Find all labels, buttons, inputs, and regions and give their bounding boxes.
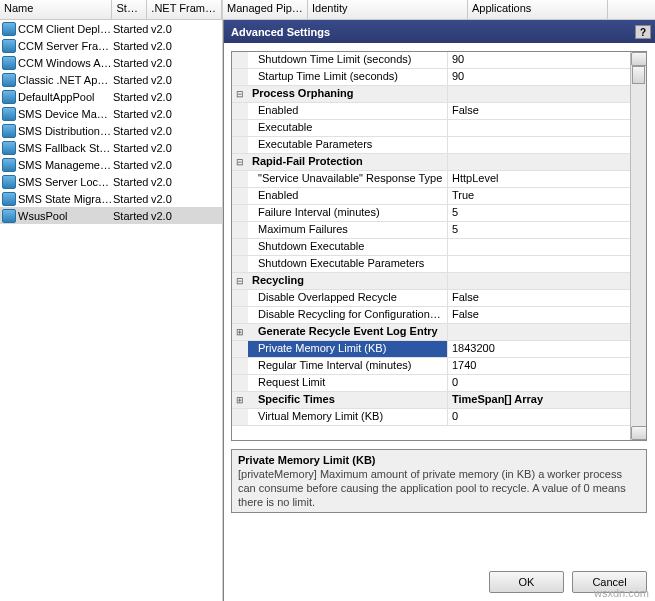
scroll-down-icon[interactable]: ▼	[631, 426, 647, 440]
prop-rapid-enabled[interactable]: EnabledTrue	[232, 188, 632, 205]
app-pool-icon	[2, 39, 16, 53]
app-pool-icon	[2, 22, 16, 36]
row-status: Started	[113, 176, 151, 188]
prop-specific-times[interactable]: ⊞Specific TimesTimeSpan[] Array	[232, 392, 632, 409]
app-pool-row[interactable]: SMS Server Locat…Startedv2.0	[0, 173, 222, 190]
cat-recycle-events[interactable]: ⊞Generate Recycle Event Log Entry	[232, 324, 632, 341]
row-name: CCM Server Fram…	[18, 40, 113, 52]
prop-orphan-params[interactable]: Executable Parameters	[232, 137, 632, 154]
cat-rapid-fail[interactable]: ⊟Rapid-Fail Protection	[232, 154, 632, 171]
row-framework: v2.0	[151, 108, 201, 120]
col-identity[interactable]: Identity	[308, 0, 468, 19]
app-pool-icon	[2, 209, 16, 223]
app-pool-row[interactable]: SMS Managemen…Startedv2.0	[0, 156, 222, 173]
row-status: Started	[113, 57, 151, 69]
col-status[interactable]: Status	[112, 0, 147, 19]
col-framework[interactable]: .NET Frame…	[147, 0, 222, 19]
row-name: SMS Fallback Stat…	[18, 142, 113, 154]
col-name[interactable]: Name	[0, 0, 112, 19]
prop-orphan-exe[interactable]: Executable	[232, 120, 632, 137]
app-pool-icon	[2, 107, 16, 121]
row-name: SMS Device Mana…	[18, 108, 113, 120]
app-pool-row[interactable]: CCM Windows Au…Startedv2.0	[0, 54, 222, 71]
row-name: CCM Client Deplo…	[18, 23, 113, 35]
row-status: Started	[113, 74, 151, 86]
row-status: Started	[113, 40, 151, 52]
prop-request-limit[interactable]: Request Limit0	[232, 375, 632, 392]
prop-max-failures[interactable]: Maximum Failures5	[232, 222, 632, 239]
prop-config-recycle[interactable]: Disable Recycling for Configuration ChFa…	[232, 307, 632, 324]
cat-recycling[interactable]: ⊟Recycling	[232, 273, 632, 290]
row-name: DefaultAppPool	[18, 91, 113, 103]
row-framework: v2.0	[151, 193, 201, 205]
prop-shutdown-time[interactable]: Shutdown Time Limit (seconds)90	[232, 52, 632, 69]
prop-503-response[interactable]: "Service Unavailable" Response TypeHttpL…	[232, 171, 632, 188]
row-status: Started	[113, 91, 151, 103]
app-pool-row[interactable]: CCM Server Fram…Startedv2.0	[0, 37, 222, 54]
app-pool-icon	[2, 90, 16, 104]
property-grid[interactable]: Shutdown Time Limit (seconds)90 Startup …	[231, 51, 647, 441]
row-name: CCM Windows Au…	[18, 57, 113, 69]
advanced-settings-dialog: Managed Pipeli… Identity Applications Ad…	[223, 0, 655, 601]
row-status: Started	[113, 159, 151, 171]
row-status: Started	[113, 142, 151, 154]
app-pool-row[interactable]: Classic .NET App…Startedv2.0	[0, 71, 222, 88]
ok-button[interactable]: OK	[489, 571, 564, 593]
col-pipeline[interactable]: Managed Pipeli…	[223, 0, 308, 19]
watermark: wsxdn.com	[594, 587, 649, 599]
row-framework: v2.0	[151, 23, 201, 35]
app-pool-row[interactable]: SMS Distribution …Startedv2.0	[0, 122, 222, 139]
scroll-up-icon[interactable]: ▲	[631, 52, 647, 66]
expand-icon[interactable]: ⊞	[232, 324, 248, 340]
row-name: SMS Managemen…	[18, 159, 113, 171]
prop-private-memory[interactable]: Private Memory Limit (KB)	[232, 341, 632, 358]
expand-icon[interactable]: ⊞	[232, 392, 248, 408]
row-framework: v2.0	[151, 74, 201, 86]
prop-overlapped-recycle[interactable]: Disable Overlapped RecycleFalse	[232, 290, 632, 307]
collapse-icon[interactable]: ⊟	[232, 273, 248, 289]
cat-process-orphaning[interactable]: ⊟Process Orphaning	[232, 86, 632, 103]
app-pool-row[interactable]: WsusPoolStartedv2.0	[0, 207, 222, 224]
list-header-right: Managed Pipeli… Identity Applications	[223, 0, 655, 20]
row-framework: v2.0	[151, 57, 201, 69]
row-framework: v2.0	[151, 40, 201, 52]
row-status: Started	[113, 210, 151, 222]
app-pool-row[interactable]: CCM Client Deplo…Startedv2.0	[0, 20, 222, 37]
app-pool-row[interactable]: SMS Fallback Stat…Startedv2.0	[0, 139, 222, 156]
app-pool-row[interactable]: DefaultAppPoolStartedv2.0	[0, 88, 222, 105]
row-framework: v2.0	[151, 210, 201, 222]
scroll-thumb[interactable]	[632, 66, 645, 84]
prop-virtual-memory[interactable]: Virtual Memory Limit (KB)0	[232, 409, 632, 426]
app-pool-icon	[2, 73, 16, 87]
app-pool-row[interactable]: SMS State Migrati…Startedv2.0	[0, 190, 222, 207]
private-memory-input[interactable]	[452, 342, 619, 354]
row-name: SMS Distribution …	[18, 125, 113, 137]
row-framework: v2.0	[151, 91, 201, 103]
prop-orphan-enabled[interactable]: EnabledFalse	[232, 103, 632, 120]
collapse-icon[interactable]: ⊟	[232, 154, 248, 170]
row-framework: v2.0	[151, 159, 201, 171]
row-status: Started	[113, 23, 151, 35]
app-pool-icon	[2, 192, 16, 206]
collapse-icon[interactable]: ⊟	[232, 86, 248, 102]
prop-startup-time[interactable]: Startup Time Limit (seconds)90	[232, 69, 632, 86]
row-name: SMS State Migrati…	[18, 193, 113, 205]
row-status: Started	[113, 193, 151, 205]
prop-shutdown-params[interactable]: Shutdown Executable Parameters	[232, 256, 632, 273]
app-pool-icon	[2, 158, 16, 172]
app-pool-icon	[2, 124, 16, 138]
prop-time-interval[interactable]: Regular Time Interval (minutes)1740	[232, 358, 632, 375]
col-applications[interactable]: Applications	[468, 0, 608, 19]
list-header: Name Status .NET Frame…	[0, 0, 222, 20]
app-pool-icon	[2, 56, 16, 70]
row-framework: v2.0	[151, 142, 201, 154]
grid-scrollbar[interactable]: ▲ ▼	[630, 52, 646, 440]
prop-shutdown-exe[interactable]: Shutdown Executable	[232, 239, 632, 256]
app-pool-icon	[2, 175, 16, 189]
app-pool-icon	[2, 141, 16, 155]
row-status: Started	[113, 108, 151, 120]
row-name: Classic .NET App…	[18, 74, 113, 86]
row-name: SMS Server Locat…	[18, 176, 113, 188]
app-pool-row[interactable]: SMS Device Mana…Startedv2.0	[0, 105, 222, 122]
prop-failure-interval[interactable]: Failure Interval (minutes)5	[232, 205, 632, 222]
